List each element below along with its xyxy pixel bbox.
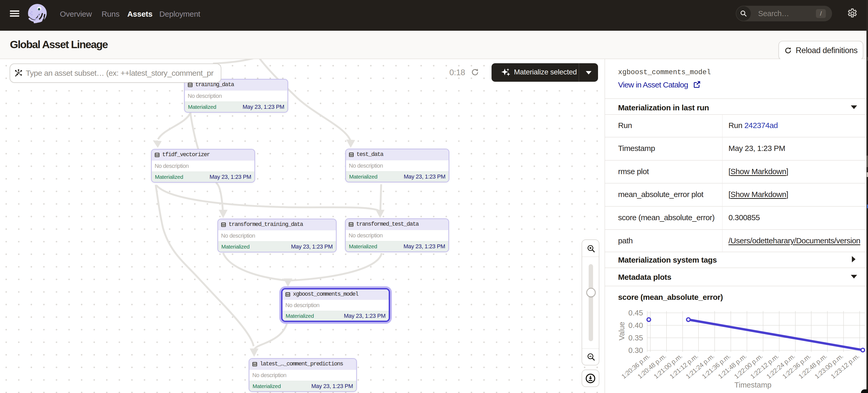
svg-text:0.30: 0.30 [628,346,643,355]
svg-text:0.35: 0.35 [628,334,643,342]
svg-text:Timestamp: Timestamp [735,381,771,389]
svg-text:Value: Value [618,322,626,340]
svg-text:0.45: 0.45 [628,309,643,317]
svg-text:0.40: 0.40 [628,321,643,329]
